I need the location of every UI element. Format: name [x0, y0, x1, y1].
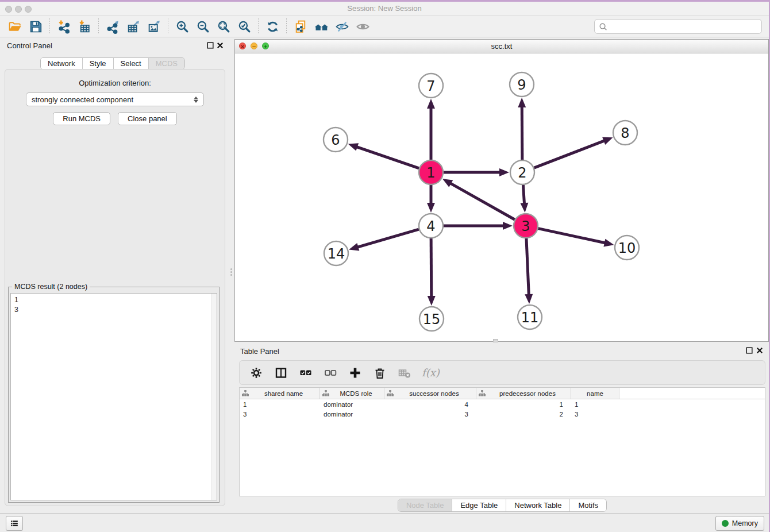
result-line: 1 [11, 295, 217, 305]
import-table-button[interactable] [74, 18, 95, 35]
unselect-all-button[interactable] [323, 365, 338, 380]
close-panel-icon[interactable] [756, 347, 763, 354]
graph-node-6[interactable]: 6 [324, 128, 348, 152]
graph-edge-1-6[interactable] [348, 143, 419, 168]
criterion-dropdown[interactable]: strongly connected component [26, 92, 204, 106]
tab-motifs[interactable]: Motifs [570, 499, 606, 511]
tab-style[interactable]: Style [83, 58, 114, 69]
graph-node-14[interactable]: 14 [324, 241, 348, 265]
cell-mcds-role[interactable]: dominator [320, 411, 384, 418]
result-scrollbar[interactable] [211, 294, 217, 500]
float-panel-icon[interactable] [746, 347, 753, 354]
graph-node-3[interactable]: 3 [514, 214, 538, 238]
column-header-successor-nodes[interactable]: successor nodes [384, 388, 476, 399]
show-columns-button[interactable] [274, 365, 288, 380]
cell-name[interactable]: 3 [571, 411, 619, 418]
cell-predecessor-nodes[interactable]: 1 [476, 401, 571, 408]
add-entry-button[interactable] [348, 365, 363, 380]
graph-node-8[interactable]: 8 [613, 121, 637, 145]
import-network-button[interactable] [53, 18, 74, 35]
cell-name[interactable]: 1 [571, 401, 619, 408]
toolbar-separator [286, 18, 287, 34]
graph-node-1[interactable]: 1 [419, 160, 443, 184]
graph-edge-4-14[interactable] [349, 229, 419, 250]
zoom-out-button[interactable] [192, 18, 213, 35]
zoom-in-button[interactable] [172, 18, 192, 35]
tab-select[interactable]: Select [114, 58, 149, 69]
search-input[interactable] [608, 22, 758, 32]
table-settings-button[interactable] [249, 365, 264, 380]
graph-edge-2-9[interactable] [518, 98, 526, 160]
graph-edge-1-2[interactable] [444, 168, 509, 176]
apply-layout-button[interactable] [262, 18, 283, 35]
eye-icon [356, 20, 370, 34]
close-panel-button[interactable]: Close panel [118, 112, 177, 125]
graph-node-9[interactable]: 9 [510, 72, 534, 97]
graph-edge-2-3[interactable] [520, 185, 528, 213]
hide-details-button[interactable] [332, 18, 352, 35]
graph-node-11[interactable]: 11 [518, 305, 542, 329]
task-history-button[interactable] [6, 516, 23, 531]
function-builder-button[interactable]: f(x) [422, 365, 440, 380]
select-all-button[interactable] [298, 365, 313, 380]
tab-mcds[interactable]: MCDS [149, 58, 184, 69]
memory-button[interactable]: Memory [715, 516, 764, 531]
graph-node-7[interactable]: 7 [419, 74, 443, 98]
horizontal-splitter-handle[interactable] [493, 339, 498, 342]
column-type-icon [242, 390, 249, 396]
control-panel: Control Panel NetworkStyleSelectMCDS Opt… [0, 37, 229, 513]
save-session-button[interactable] [25, 18, 46, 35]
export-network-button[interactable] [102, 18, 123, 35]
table-row[interactable]: 3dominator323 [240, 409, 765, 419]
column-header-predecessor-nodes[interactable]: predecessor nodes [476, 388, 571, 399]
first-neighbors-button[interactable] [311, 18, 332, 35]
graph-edge-3-11[interactable] [525, 238, 533, 304]
graph-node-4[interactable]: 4 [419, 214, 443, 238]
column-header-shared-name[interactable]: shared name [240, 388, 320, 399]
graph-edge-2-8[interactable] [534, 137, 613, 168]
export-image-button[interactable] [144, 18, 164, 35]
open-session-button[interactable] [5, 18, 25, 35]
run-mcds-button[interactable]: Run MCDS [53, 112, 110, 125]
tab-network-table[interactable]: Network Table [506, 499, 570, 511]
cell-successor-nodes[interactable]: 4 [384, 401, 476, 408]
graph-edge-1-7[interactable] [427, 99, 435, 160]
gear-icon [250, 367, 263, 379]
column-header-mcds-role[interactable]: MCDS role [320, 388, 384, 399]
vertical-splitter-handle[interactable] [229, 267, 233, 279]
graph-edge-3-10[interactable] [538, 229, 614, 247]
zoom-selected-button[interactable] [234, 18, 255, 35]
eye-slash-icon [335, 20, 349, 34]
zoom-fit-button[interactable] [213, 18, 234, 35]
delete-entries-button[interactable] [372, 365, 387, 380]
graph-node-15[interactable]: 15 [419, 307, 444, 331]
show-details-button[interactable] [352, 18, 373, 35]
graph-edge-1-4[interactable] [427, 185, 435, 213]
control-panel-tabs: NetworkStyleSelectMCDS [40, 57, 185, 70]
graph-edge-4-15[interactable] [428, 238, 436, 306]
cell-predecessor-nodes[interactable]: 2 [476, 411, 571, 418]
cell-mcds-role[interactable]: dominator [320, 401, 384, 408]
graph-edge-4-3[interactable] [444, 222, 513, 230]
table-row[interactable]: 1dominator411 [240, 399, 765, 409]
graph-edge-3-1[interactable] [442, 179, 515, 219]
graph-node-2[interactable]: 2 [510, 160, 534, 184]
close-panel-icon[interactable] [217, 42, 224, 49]
cell-shared-name[interactable]: 3 [240, 411, 320, 418]
cell-successor-nodes[interactable]: 3 [384, 411, 476, 418]
mcds-result-list[interactable]: 13 [10, 293, 217, 500]
graph-node-10[interactable]: 10 [615, 236, 639, 260]
network-window-titlebar[interactable]: × − + scc.txt [235, 40, 768, 53]
network-canvas[interactable]: 1234678910111415 [235, 53, 768, 341]
export-table-button[interactable] [123, 18, 144, 35]
delete-table-button[interactable] [397, 365, 412, 380]
tab-node-table[interactable]: Node Table [398, 499, 453, 511]
tab-network[interactable]: Network [41, 58, 83, 69]
float-panel-icon[interactable] [207, 42, 214, 49]
tab-edge-table[interactable]: Edge Table [452, 499, 506, 511]
column-header-name[interactable]: name [571, 388, 619, 399]
graph-node-label: 7 [426, 78, 435, 94]
cell-shared-name[interactable]: 1 [240, 401, 320, 408]
refresh-icon [265, 20, 280, 34]
clone-network-button[interactable] [290, 18, 311, 35]
